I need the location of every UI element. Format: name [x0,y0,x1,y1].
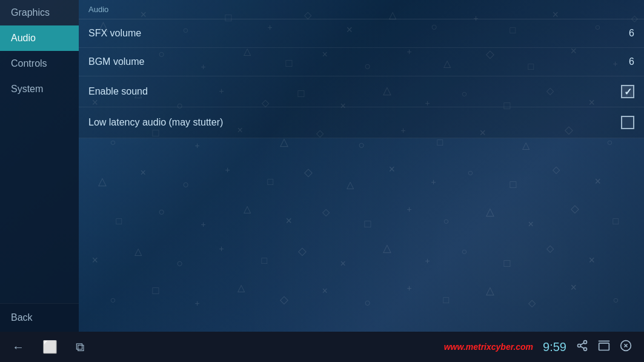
sfx-volume-label: SFX volume [88,28,141,39]
svg-line-110 [580,343,584,344]
watermark: www.metrixcyber.com [444,342,533,352]
section-title: Audio [88,5,108,14]
svg-point-106 [584,340,587,343]
settings-list: SFX volume 6 BGM volume 6 Enable sound L… [79,19,644,138]
bgm-volume-row[interactable]: BGM volume 6 [79,48,644,76]
cast-icon[interactable] [598,340,610,355]
sidebar-item-label-graphics: Graphics [11,7,50,18]
sidebar-item-graphics[interactable]: Graphics [0,0,79,25]
enable-sound-label: Enable sound [88,86,148,97]
clock-display: 9:59 [543,340,566,354]
share-icon[interactable] [576,340,588,355]
enable-sound-checkbox[interactable] [621,85,634,98]
sidebar-item-system[interactable]: System [0,76,79,102]
sfx-volume-value: 6 [616,28,634,39]
sfx-volume-row[interactable]: SFX volume 6 [79,19,644,48]
bgm-volume-value: 6 [616,56,634,67]
sidebar: Graphics Audio Controls System Back [0,0,79,332]
sidebar-item-audio[interactable]: Audio [0,25,79,51]
recent-nav-icon[interactable] [76,340,84,354]
bgm-volume-label: BGM volume [88,56,144,67]
section-header: Audio [79,0,644,19]
home-nav-icon[interactable] [42,340,58,354]
enable-sound-row[interactable]: Enable sound [79,76,644,107]
back-nav-icon[interactable] [12,340,24,354]
back-button[interactable]: Back [0,303,79,332]
sidebar-item-label-audio: Audio [11,33,36,44]
low-latency-row[interactable]: Low latency audio (may stutter) [79,107,644,138]
sidebar-item-controls[interactable]: Controls [0,51,79,76]
back-label: Back [11,312,33,323]
close-icon[interactable] [620,340,632,355]
svg-point-108 [584,347,587,350]
nav-bar: www.metrixcyber.com 9:59 [0,332,644,362]
content-area: Audio SFX volume 6 BGM volume 6 Enable s… [79,0,644,332]
low-latency-label: Low latency audio (may stutter) [88,117,223,128]
svg-point-107 [578,344,581,347]
low-latency-checkbox[interactable] [621,116,634,129]
svg-rect-111 [599,343,609,350]
nav-left [12,340,84,354]
sidebar-item-label-controls: Controls [11,58,47,69]
svg-line-109 [580,346,584,348]
nav-right: www.metrixcyber.com 9:59 [444,340,632,355]
sidebar-item-label-system: System [11,84,43,95]
